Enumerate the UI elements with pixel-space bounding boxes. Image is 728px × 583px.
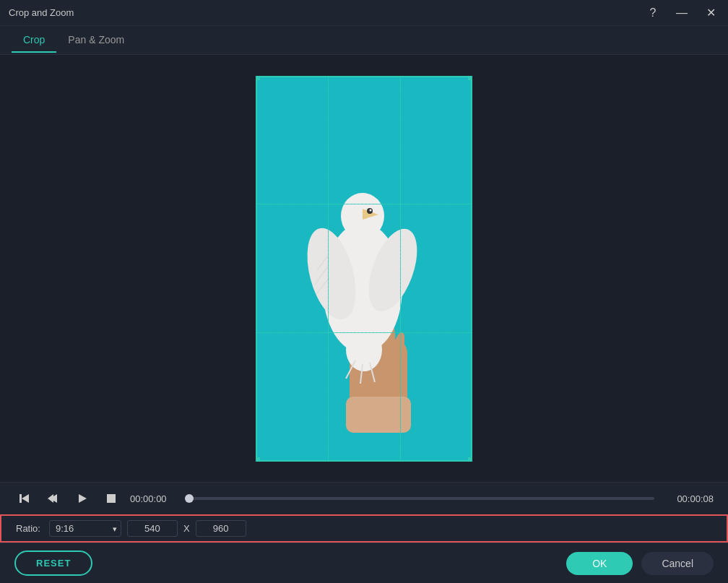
crop-handle-tr[interactable] [468, 76, 472, 80]
crop-handle-bl[interactable] [256, 457, 260, 462]
ok-button[interactable]: OK [566, 552, 633, 575]
svg-point-15 [346, 328, 382, 371]
svg-point-12 [370, 209, 372, 211]
tab-pan-zoom[interactable]: Pan & Zoom [56, 28, 136, 53]
reset-button[interactable]: RESET [14, 550, 92, 576]
titlebar-title: Crop and Zoom [9, 7, 74, 18]
width-input[interactable]: 540 [127, 520, 178, 537]
crop-handle-tl[interactable] [256, 76, 260, 80]
right-buttons: OK Cancel [566, 552, 714, 575]
help-button[interactable]: ? [644, 4, 662, 22]
total-time: 00:00:08 [663, 493, 714, 504]
preview-area: ◀ [0, 55, 728, 482]
crop-handle-br[interactable] [468, 457, 472, 462]
play-button[interactable] [72, 488, 92, 509]
bottom-bar: RESET OK Cancel [0, 543, 728, 583]
svg-marker-23 [22, 494, 29, 503]
progress-bar[interactable] [189, 497, 654, 500]
cancel-button[interactable]: Cancel [641, 552, 714, 575]
tab-crop[interactable]: Crop [12, 28, 56, 53]
play-icon [76, 492, 89, 505]
svg-rect-2 [346, 397, 411, 433]
svg-marker-25 [48, 494, 53, 503]
step-back-button[interactable] [43, 488, 64, 509]
current-time: 00:00:00 [130, 493, 181, 504]
stop-icon [105, 492, 118, 505]
height-input[interactable]: 960 [196, 520, 246, 537]
stop-button[interactable] [101, 488, 121, 509]
ratio-label: Ratio: [16, 523, 40, 534]
svg-rect-22 [20, 494, 22, 503]
skip-back-button[interactable] [14, 488, 35, 509]
video-image: ◀ [256, 76, 472, 462]
skip-back-icon [18, 492, 31, 505]
main-content: ◀ [0, 55, 728, 583]
ratio-bar: Ratio: 9:16 Custom 1:1 4:3 16:9 21:9 540… [0, 514, 728, 543]
video-container: ◀ [256, 76, 472, 462]
step-back-icon [47, 492, 60, 505]
dove-image [285, 129, 443, 433]
minimize-button[interactable]: — [673, 4, 690, 22]
svg-rect-27 [107, 494, 116, 503]
controls-bar: 00:00:00 00:00:08 [0, 482, 728, 514]
close-button[interactable]: ✕ [702, 4, 719, 22]
titlebar-controls: ? — ✕ [644, 4, 719, 22]
titlebar: Crop and Zoom ? — ✕ [0, 0, 728, 26]
ratio-select-wrapper: 9:16 Custom 1:1 4:3 16:9 21:9 [49, 520, 121, 537]
svg-marker-26 [79, 494, 87, 503]
x-separator: X [183, 523, 190, 534]
tab-bar: Crop Pan & Zoom [0, 26, 728, 55]
title-text: Crop and Zoom [9, 7, 74, 18]
progress-knob[interactable] [185, 494, 194, 503]
ratio-select[interactable]: 9:16 Custom 1:1 4:3 16:9 21:9 [49, 520, 121, 537]
